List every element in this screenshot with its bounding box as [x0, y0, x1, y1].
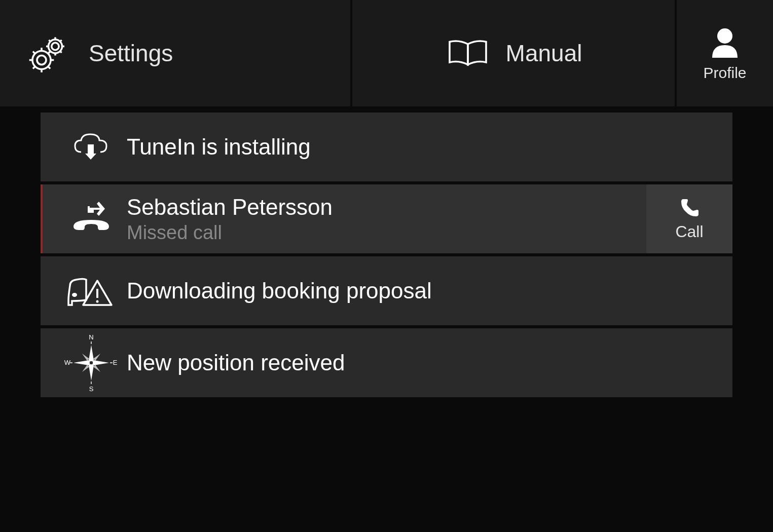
- gear-icon: [28, 30, 73, 76]
- svg-point-29: [89, 361, 93, 365]
- svg-line-3: [60, 40, 62, 42]
- svg-line-15: [48, 66, 51, 69]
- notification-item-position[interactable]: N S W E: [41, 328, 732, 397]
- svg-point-22: [72, 293, 77, 297]
- manual-label: Manual: [506, 40, 582, 67]
- svg-text:W: W: [64, 359, 71, 366]
- settings-label: Settings: [89, 40, 173, 67]
- profile-button[interactable]: Profile: [677, 0, 773, 106]
- notification-item-install[interactable]: TuneIn is installing: [41, 112, 732, 181]
- call-button-label: Call: [675, 222, 703, 241]
- svg-point-10: [37, 56, 46, 65]
- phone-icon: [678, 197, 701, 219]
- settings-button[interactable]: Settings: [0, 0, 350, 106]
- notification-item-missed-call[interactable]: Sebastian Petersson Missed call Call: [41, 184, 732, 253]
- manual-button[interactable]: Manual: [352, 0, 675, 106]
- svg-text:S: S: [89, 385, 94, 393]
- svg-point-20: [717, 28, 732, 44]
- svg-text:N: N: [89, 333, 93, 341]
- svg-text:E: E: [113, 359, 118, 366]
- notification-title: New position received: [127, 350, 732, 375]
- svg-point-24: [96, 300, 99, 303]
- svg-line-9: [49, 40, 51, 42]
- notification-title: Downloading booking proposal: [127, 278, 732, 303]
- profile-icon: [707, 25, 743, 60]
- missed-call-icon: [56, 199, 127, 239]
- notification-list: TuneIn is installing Sebastian Petersson…: [0, 106, 773, 397]
- svg-line-13: [48, 51, 51, 54]
- svg-line-5: [60, 51, 62, 53]
- book-icon: [445, 35, 491, 71]
- compass-icon: N S W E: [56, 332, 127, 393]
- svg-line-19: [33, 51, 35, 54]
- call-button[interactable]: Call: [646, 184, 732, 253]
- svg-point-0: [52, 43, 59, 50]
- notification-item-booking[interactable]: Downloading booking proposal: [41, 256, 732, 325]
- notification-title: TuneIn is installing: [127, 134, 732, 160]
- notification-title: Sebastian Petersson: [127, 195, 646, 220]
- car-alert-icon: [56, 271, 127, 311]
- profile-label: Profile: [703, 64, 746, 82]
- svg-rect-21: [88, 144, 94, 154]
- svg-line-17: [33, 66, 35, 69]
- cloud-download-icon: [56, 129, 127, 165]
- notification-subtitle: Missed call: [127, 222, 646, 244]
